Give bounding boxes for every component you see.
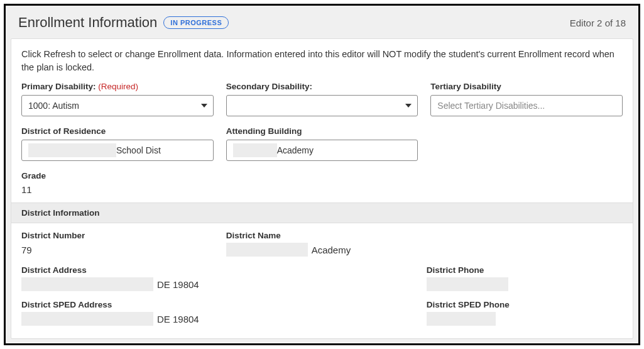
attending-building-label: Attending Building <box>226 126 418 136</box>
status-badge: IN PROGRESS <box>163 16 229 29</box>
district-sped-address-value: DE 19804 <box>21 312 414 326</box>
redacted-block <box>233 143 277 157</box>
page-title: Enrollment Information <box>18 14 157 31</box>
district-number-label: District Number <box>21 231 214 240</box>
attending-building-input[interactable]: Academy <box>226 140 418 161</box>
help-text: Click Refresh to select or change Enroll… <box>11 39 633 82</box>
redacted-block <box>427 277 508 291</box>
editor-counter: Editor 2 of 18 <box>570 18 626 28</box>
district-name-value: Academy <box>226 243 418 257</box>
district-sped-phone-value <box>427 312 623 326</box>
district-phone-value <box>427 277 623 291</box>
tertiary-disability-label: Tertiary Disability <box>430 82 623 91</box>
district-number-value: 79 <box>21 243 214 257</box>
primary-disability-label: Primary Disability: (Required) <box>21 82 214 91</box>
redacted-block <box>427 312 496 326</box>
form-card: Click Refresh to select or change Enroll… <box>11 38 633 339</box>
grade-label: Grade <box>21 171 623 180</box>
grade-value: 11 <box>21 184 623 195</box>
secondary-disability-label: Secondary Disability: <box>226 82 418 91</box>
district-sped-phone-label: District SPED Phone <box>427 300 623 309</box>
district-name-label: District Name <box>226 231 418 240</box>
district-info-section-header: District Information <box>11 202 633 223</box>
secondary-disability-select[interactable] <box>226 95 418 116</box>
district-address-label: District Address <box>21 265 414 275</box>
redacted-block <box>21 277 153 291</box>
redacted-block <box>21 312 153 326</box>
district-of-residence-input[interactable]: School Dist <box>21 140 214 161</box>
required-marker: (Required) <box>98 82 138 91</box>
district-address-value: DE 19804 <box>21 277 414 291</box>
redacted-block <box>226 243 308 257</box>
district-sped-address-label: District SPED Address <box>21 300 414 309</box>
tertiary-disability-select[interactable]: Select Tertiary Disabilities... <box>430 95 623 116</box>
district-phone-label: District Phone <box>427 265 623 275</box>
page-header: Enrollment Information IN PROGRESS Edito… <box>11 9 633 38</box>
district-of-residence-label: District of Residence <box>21 126 214 136</box>
primary-disability-select[interactable]: 1000: Autism <box>21 95 214 116</box>
redacted-block <box>28 143 116 157</box>
